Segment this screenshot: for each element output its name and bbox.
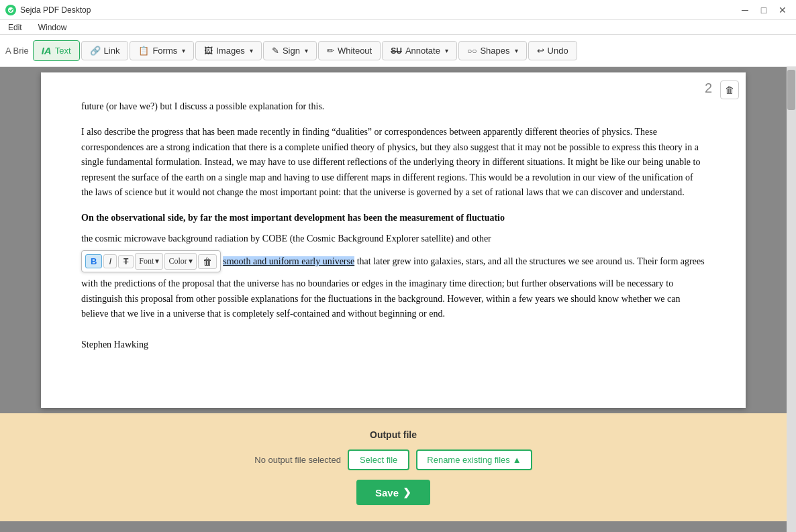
toolbar-whiteout-button[interactable]: ✏ Whiteout (318, 41, 381, 60)
minimize-button[interactable]: ─ (737, 3, 753, 17)
forms-label: Forms (152, 46, 177, 56)
images-label: Images (216, 46, 245, 56)
app-title: Sejda PDF Desktop (20, 5, 91, 15)
title-bar-left: Sejda PDF Desktop (5, 5, 91, 15)
sign-arrow-icon: ▾ (305, 47, 308, 54)
undo-icon: ↩ (537, 46, 544, 56)
whiteout-label: Whiteout (338, 46, 372, 56)
annotate-icon: SU (391, 46, 402, 56)
paragraph-3: On the observational side, by far the mo… (81, 211, 705, 225)
toolbar-annotate-button[interactable]: SU Annotate ▾ (382, 41, 457, 60)
pdf-page: 2 🗑 future (or have we?) but I discuss a… (41, 72, 746, 408)
para3-cont: the cosmic microwave background radiatio… (81, 233, 491, 244)
font-arrow-icon: ▾ (155, 255, 159, 268)
select-file-button[interactable]: Select file (348, 449, 409, 470)
menu-bar: Edit Window (0, 20, 796, 35)
color-arrow-icon: ▾ (189, 255, 193, 268)
shapes-label: Shapes (480, 46, 509, 56)
annotate-arrow-icon: ▾ (445, 47, 448, 54)
inline-delete-button[interactable]: 🗑 (198, 254, 217, 269)
page-number: 2 (705, 81, 712, 96)
author: Stephen Hawking (81, 337, 705, 352)
page-delete-button[interactable]: 🗑 (720, 81, 739, 99)
font-dropdown[interactable]: Font ▾ (135, 253, 163, 270)
menu-edit[interactable]: Edit (5, 21, 25, 34)
trash-icon: 🗑 (725, 85, 734, 95)
save-chevron-icon: ❯ (403, 486, 411, 498)
save-label: Save (375, 487, 399, 498)
underlined-text: smooth and uniform early universe (223, 256, 354, 266)
italic-button[interactable]: I (103, 254, 117, 268)
toolbar: A Brie IA Text 🔗 Link 📋 Forms ▾ 🖼 Images… (0, 35, 796, 67)
scrollbar-thumb[interactable] (787, 70, 795, 110)
whiteout-icon: ✏ (327, 46, 334, 56)
output-status: No output file selected (254, 455, 341, 465)
forms-arrow-icon: ▾ (182, 47, 185, 54)
close-button[interactable]: ✕ (775, 3, 791, 17)
link-icon: 🔗 (90, 46, 101, 56)
maximize-button[interactable]: □ (756, 3, 772, 17)
color-dropdown[interactable]: Color ▾ (164, 253, 196, 270)
inline-trash-icon: 🗑 (203, 256, 212, 267)
title-bar: Sejda PDF Desktop ─ □ ✕ (0, 0, 796, 20)
toolbar-forms-button[interactable]: 📋 Forms ▾ (130, 41, 194, 60)
app-icon (5, 5, 16, 15)
pdf-area[interactable]: 2 🗑 future (or have we?) but I discuss a… (0, 67, 787, 532)
pdf-text-content: future (or have we?) but I discuss a pos… (81, 99, 705, 353)
undo-label: Undo (548, 46, 568, 56)
bold-text: On the observational side, by far the mo… (81, 213, 505, 223)
sign-icon: ✎ (272, 46, 279, 56)
inline-text-toolbar: B I T Font ▾ Color ▾ (81, 250, 221, 272)
images-icon: 🖼 (204, 46, 213, 56)
link-label: Link (104, 46, 120, 56)
text-label: Text (55, 46, 71, 56)
menu-window[interactable]: Window (36, 21, 70, 34)
output-label: Output file (370, 429, 417, 440)
output-row: No output file selected Select file Rena… (254, 449, 532, 470)
rename-existing-files-button[interactable]: Rename existing files ▲ (416, 449, 532, 470)
paragraph-2: I also describe the progress that has be… (81, 125, 705, 200)
font-label: Font (139, 255, 154, 268)
forms-icon: 📋 (138, 46, 149, 56)
main-area: 2 🗑 future (or have we?) but I discuss a… (0, 67, 796, 532)
title-bar-controls: ─ □ ✕ (737, 3, 791, 17)
shapes-arrow-icon: ▾ (515, 47, 518, 54)
annotate-label: Annotate (405, 46, 440, 56)
scrollbar[interactable] (787, 67, 796, 532)
rename-arrow-icon: ▲ (513, 455, 521, 465)
text-icon: IA (42, 45, 52, 56)
images-arrow-icon: ▾ (250, 47, 253, 54)
toolbar-undo-button[interactable]: ↩ Undo (528, 41, 577, 60)
bold-button[interactable]: B (85, 254, 102, 268)
rename-label: Rename existing files (427, 455, 510, 465)
toolbar-images-button[interactable]: 🖼 Images ▾ (195, 41, 262, 60)
toolbar-text-button[interactable]: IA Text (33, 40, 80, 61)
sign-label: Sign (283, 46, 300, 56)
color-label: Color (168, 255, 187, 268)
paragraph-1: future (or have we?) but I discuss a pos… (81, 99, 705, 114)
output-area: Output file No output file selected Sele… (0, 413, 787, 521)
shapes-icon: ○○ (467, 46, 477, 56)
strikethrough-button[interactable]: T (118, 255, 134, 268)
toolbar-sign-button[interactable]: ✎ Sign ▾ (263, 41, 317, 60)
tab-label: A Brie (5, 46, 29, 56)
toolbar-link-button[interactable]: 🔗 Link (81, 41, 129, 60)
save-button[interactable]: Save ❯ (356, 480, 430, 505)
toolbar-shapes-button[interactable]: ○○ Shapes ▾ (458, 41, 527, 60)
